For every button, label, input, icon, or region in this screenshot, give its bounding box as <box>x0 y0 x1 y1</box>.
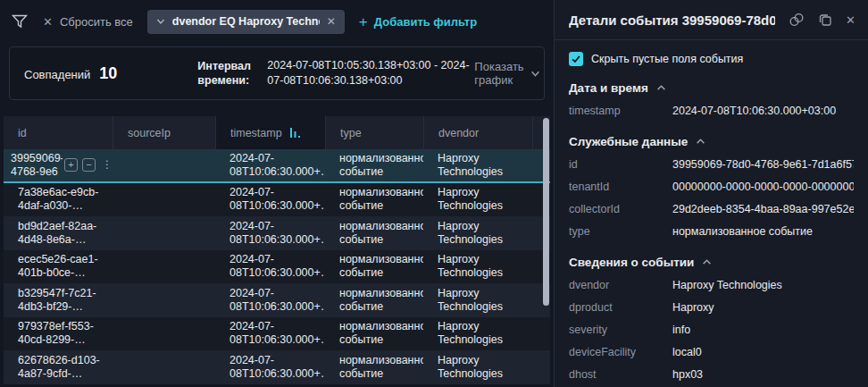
field-value: Haproxy Technologies <box>672 279 782 291</box>
app-window: ✕ Сбросить все dvendor EQ Haproxy Techno… <box>0 0 868 387</box>
chevron-up-icon <box>696 137 705 147</box>
plus-icon: + <box>359 14 368 29</box>
filter-toolbar: ✕ Сбросить все dvendor EQ Haproxy Techno… <box>0 0 554 43</box>
section-header-datetime[interactable]: Дата и время <box>555 68 868 99</box>
add-filter-button[interactable]: + Добавить фильтр <box>359 14 477 29</box>
cell-dvendor: Haproxy Technologies <box>423 352 532 383</box>
column-header-timestamp[interactable]: timestamp <box>215 116 325 149</box>
cell-dvendor: Haproxy Technologies <box>423 318 532 349</box>
field-value: нормализованное событие <box>672 225 813 238</box>
column-header-id[interactable]: id <box>4 116 113 149</box>
field-key: dproduct <box>569 301 672 314</box>
table-row[interactable]: 979378ef-f553- 40cd-8299-… 2024-07- 08T1… <box>4 317 550 351</box>
remove-filter-icon[interactable]: ✕ <box>327 15 336 28</box>
time-interval: Интервал времени: 2024-07-08T10:05:30.13… <box>197 58 474 88</box>
chevron-up-icon <box>702 257 712 267</box>
detail-field-row: dhost hpx03 <box>555 363 868 385</box>
hide-empty-fields-label: Скрыть пустые поля события <box>591 53 743 65</box>
show-chart-button[interactable]: Показать график <box>474 60 539 87</box>
detail-field-row: type нормализованное событие <box>555 220 868 242</box>
matches-counter: Совпадений 10 <box>24 64 117 83</box>
cell-sourceip <box>113 164 215 167</box>
include-filter-button[interactable]: + <box>64 158 78 172</box>
clear-all-label: Сбросить все <box>60 15 133 29</box>
table-row[interactable]: 7a38e6ac-e9cb- 4daf-a030-… 2024-07- 08T1… <box>4 183 550 217</box>
exclude-filter-button[interactable]: − <box>82 158 96 172</box>
clear-all-filters-button[interactable]: ✕ Сбросить все <box>43 15 133 29</box>
chevron-down-icon[interactable] <box>156 17 165 26</box>
table-row[interactable]: ecec5e26-cae1- 401b-b0ce-… 2024-07- 08T1… <box>4 250 550 284</box>
column-header-label: type <box>340 127 362 139</box>
cell-id: 979378ef-f553- 40cd-8299-… <box>4 318 113 349</box>
link-icon[interactable] <box>789 12 805 28</box>
field-key: type <box>569 225 672 238</box>
hide-empty-fields-checkbox[interactable]: Скрыть пустые поля события <box>555 40 868 68</box>
cell-timestamp: 2024-07- 08T10:06:30.000+… <box>215 318 325 349</box>
close-icon: ✕ <box>43 15 53 29</box>
detail-field-row: dproduct Haproxy <box>555 296 868 318</box>
section-header-event-info[interactable]: Сведения о событии <box>555 242 868 273</box>
cell-timestamp: 2024-07- 08T10:06:30.000+… <box>215 352 325 383</box>
cell-id: b329547f-7c21- 4db3-bf29-… <box>4 285 113 316</box>
field-key: timestamp <box>569 105 672 117</box>
cell-sourceip <box>113 332 215 335</box>
cell-timestamp: 2024-07- 08T10:06:30.000+… <box>215 150 325 181</box>
detail-field-row: timestamp 2024-07-08T10:06:30.000+03:00 <box>555 99 868 122</box>
copy-icon[interactable] <box>818 13 832 27</box>
close-panel-icon[interactable]: ✕ <box>846 13 855 27</box>
cell-type: нормализованное событие <box>325 251 423 282</box>
cell-sourceip <box>113 299 215 302</box>
column-header-dvendor[interactable]: dvendor <box>423 116 532 149</box>
row-menu-icon[interactable]: ⋮ <box>100 158 113 172</box>
cell-type: нормализованное событие <box>325 184 423 215</box>
table-row-selected[interactable]: 39959069- 4768-9e6 + − ⋮ 2024-07- 08T10:… <box>4 149 550 183</box>
field-value: 39959069-78d0-4768-9e61-7d1a6f572899 <box>672 158 854 171</box>
event-details-panel: Детали события 39959069-78d0-47… ✕ Скрыт… <box>554 0 868 387</box>
vertical-scrollbar[interactable] <box>543 118 549 306</box>
plus-icon: + <box>68 160 73 170</box>
field-key: dhost <box>569 368 672 381</box>
cell-sourceip <box>113 198 215 201</box>
cell-timestamp: 2024-07- 08T10:06:30.000+… <box>215 218 325 249</box>
table-row[interactable]: b329547f-7c21- 4db3-bf29-… 2024-07- 08T1… <box>4 283 550 317</box>
show-chart-label: Показать график <box>474 60 523 87</box>
table-row[interactable]: 62678626-d103- 4a87-9cfd-… 2024-07- 08T1… <box>4 350 550 384</box>
table-header-row: id sourceIp timestamp type dvendor <box>4 116 550 149</box>
cell-id: 7a38e6ac-e9cb- 4daf-a030-… <box>4 184 113 215</box>
section-header-service-data[interactable]: Служебные данные <box>555 122 868 153</box>
field-key: tenantId <box>569 181 672 193</box>
cell-dvendor: Haproxy Technologies <box>423 218 532 249</box>
cell-dvendor: Haproxy Technologies <box>423 285 532 316</box>
matches-label: Совпадений <box>24 68 90 81</box>
field-value: hpx03 <box>672 368 703 381</box>
field-value: 29d2deeb-8354-4baa-89aa-997e52edbddd <box>672 203 854 215</box>
column-header-type[interactable]: type <box>325 116 423 149</box>
detail-field-row: severity info <box>555 318 868 341</box>
field-key: dvendor <box>569 279 672 291</box>
results-summary-bar: Совпадений 10 Интервал времени: 2024-07-… <box>9 46 545 100</box>
checkbox-checked-icon[interactable] <box>569 52 583 66</box>
matches-count: 10 <box>99 64 117 83</box>
cell-dvendor: Haproxy Technologies <box>423 150 532 181</box>
cell-type: нормализованное событие <box>325 150 423 181</box>
funnel-filter-icon[interactable] <box>11 13 29 30</box>
detail-field-row: deviceFacility local0 <box>555 341 868 363</box>
column-header-sourceip[interactable]: sourceIp <box>113 116 215 149</box>
field-key: collectorId <box>569 203 672 215</box>
cell-type: нормализованное событие <box>325 285 423 316</box>
cell-type: нормализованное событие <box>325 218 423 249</box>
section-title-label: Дата и время <box>569 81 648 95</box>
event-id-text: 39959069- 4768-9e6 <box>11 152 63 180</box>
field-key: id <box>569 158 672 171</box>
detail-field-row: id 39959069-78d0-4768-9e61-7d1a6f572899 <box>555 153 868 175</box>
table-row[interactable]: bd9d2aef-82aa- 4d48-8e6a-… 2024-07- 08T1… <box>4 216 550 250</box>
events-table: id sourceIp timestamp type dvendor <box>4 116 550 387</box>
field-value: local0 <box>672 346 702 358</box>
section-title-label: Сведения о событии <box>569 256 694 269</box>
cell-timestamp: 2024-07- 08T10:06:30.000+… <box>215 184 325 215</box>
interval-value: 2024-07-08T10:05:30.138+03:00 - 2024-07-… <box>267 58 474 88</box>
filter-chip-dvendor[interactable]: dvendor EQ Haproxy Technol… ✕ <box>147 10 345 34</box>
cell-type: нормализованное событие <box>325 352 423 383</box>
chevron-down-icon <box>530 69 540 79</box>
detail-field-row: tenantId 00000000-0000-0000-0000-0000000… <box>555 175 868 198</box>
